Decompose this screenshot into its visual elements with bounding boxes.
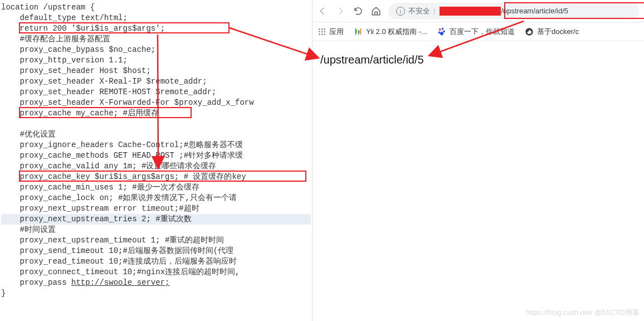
svg-point-5	[324, 31, 325, 32]
url-path: /upstream/article/id/5	[501, 7, 568, 15]
back-button[interactable]	[317, 6, 328, 17]
apps-label: 应用	[329, 27, 344, 37]
svg-point-9	[439, 28, 441, 31]
svg-point-0	[319, 28, 320, 30]
code-highlighted-line: proxy_next_upstream_tries 2; #重试次数	[1, 214, 311, 225]
svg-point-7	[321, 33, 323, 35]
bookmark-baidu[interactable]: 百度一下，你就知道	[437, 27, 515, 37]
forward-button[interactable]	[335, 6, 346, 17]
svg-point-12	[443, 30, 445, 32]
svg-point-2	[324, 28, 325, 30]
yii-icon	[354, 27, 363, 36]
code-text-post2: }	[1, 289, 6, 298]
svg-point-6	[319, 33, 320, 35]
svg-point-11	[438, 31, 440, 33]
address-bar[interactable]: i 不安全 | /upstream/article/id/5	[388, 3, 640, 20]
code-editor-pane: location /upstream { default_type text/h…	[0, 0, 312, 321]
bookmark-docker-label: 基于docker/c	[537, 27, 579, 37]
reload-button[interactable]	[353, 6, 364, 17]
arrow-left-icon	[318, 6, 328, 16]
home-button[interactable]	[370, 6, 382, 17]
bookmark-yii[interactable]: Yii 2.0 权威指南 -...	[354, 27, 427, 37]
home-icon	[371, 6, 381, 16]
info-icon: i	[396, 7, 405, 16]
arrow-right-icon	[335, 6, 345, 16]
svg-point-1	[321, 28, 323, 30]
svg-point-10	[442, 27, 443, 30]
code-block: location /upstream { default_type text/h…	[1, 2, 311, 299]
code-text-pre: location /upstream { default_type text/h…	[1, 3, 254, 213]
proxy-pass-link[interactable]: http://swoole_server;	[71, 278, 169, 287]
page-body: /upstream/article/id/5	[313, 41, 644, 79]
redacted-host	[440, 7, 501, 16]
bookmark-yii-label: Yii 2.0 权威指南 -...	[366, 27, 427, 37]
bookmark-docker[interactable]: 基于docker/c	[525, 27, 579, 37]
page-body-text: /upstream/article/id/5	[320, 54, 424, 66]
baidu-icon	[437, 27, 446, 36]
svg-point-4	[321, 31, 323, 32]
browser-toolbar: i 不安全 | /upstream/article/id/5	[313, 0, 644, 22]
docker-icon	[525, 27, 534, 36]
reload-icon	[353, 6, 363, 16]
bookmark-baidu-label: 百度一下，你就知道	[450, 27, 515, 37]
svg-point-3	[319, 31, 320, 32]
apps-button[interactable]: 应用	[318, 27, 344, 37]
browser-pane: i 不安全 | /upstream/article/id/5 应用	[312, 0, 644, 321]
apps-icon	[318, 28, 326, 36]
bookmarks-bar: 应用 Yii 2.0 权威指南 -... 百度一下，你就知道 基于docker/…	[313, 22, 644, 41]
svg-point-8	[324, 33, 325, 35]
insecure-label: 不安全	[408, 6, 430, 16]
